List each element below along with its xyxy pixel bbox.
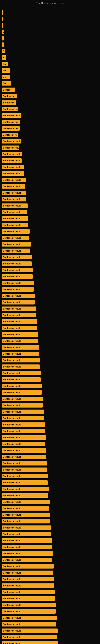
bar: Bottleneck result [2,377,41,382]
bar-label: Bottleneck result [3,301,21,304]
bar: Bottleneck result [2,422,45,427]
bar: Bottleneck result [2,577,54,582]
bar-row: Bo [2,61,98,67]
bar: Bottleneck result [2,204,28,208]
bar-label: Bottleneck result [3,417,21,420]
bar-label: Bottleneck result [3,295,21,297]
bar-label: Bottleneck result [3,449,21,452]
bar-label: Bottleneck result [3,314,21,316]
bar-label: Bottleneck result [3,114,21,117]
bar-row: Bo [2,74,98,80]
bar-label: Bottleneck result [3,636,21,638]
bar: Bottleneck result [2,564,53,568]
bar: Bottleneck result [2,190,26,195]
bar: Bottleneck result [2,216,28,221]
bar: Bottleneck result [2,358,40,362]
bar: Bottleneck result [2,448,47,452]
bars-container: BBBBoBotBoBottBottleneBottleneck reBottl… [0,6,100,644]
bar: Bottleneck result [2,313,36,317]
bar-label: Bottleneck result [3,372,21,374]
bar: Bottleneck result [2,570,53,575]
bar-row: Bottleneck result [2,467,98,472]
bar: Bottleneck result [2,474,48,478]
bar-row: Bottleneck result [2,544,98,550]
bar [2,10,3,15]
bar: Bottleneck result [2,152,22,156]
bar-label: B [3,56,4,59]
bar-label: Bottleneck result [3,565,21,568]
bar-label: Bottleneck result [3,468,21,471]
bar-label: Bottleneck result [3,230,21,233]
bar-label: Bottleneck result [3,327,21,329]
bar-label: Bottleneck result [3,597,21,600]
bar-row: Bot [2,68,98,73]
bar-label: Bottleneck result [3,501,21,503]
bar: Bot [2,68,10,73]
bar: Bottleneck result [2,609,56,614]
bar [2,42,4,47]
bar-label: Bottleneck result [3,526,21,529]
bar: Bottleneck result [2,300,35,304]
bar-row: Bottleneck result [2,190,98,196]
bar-row: Bottleneck result [2,538,98,544]
bar-label: Bottleneck result [3,533,21,535]
bar-label: Bottleneck result [3,398,21,400]
bar-row: Bottleneck result [2,196,98,202]
bar-row: Bottleneck result [2,151,98,157]
bar-row: Bottleneck result [2,319,98,324]
bar-label: Bottleneck result [3,211,21,213]
bar-label: Bottleneck result [3,630,21,632]
bar-row: Bottleneck result [2,344,98,350]
bar-row: Bottleneck result [2,448,98,453]
bar-label: Bottleneck result [3,256,21,258]
bar-label: Bott [3,82,7,84]
bar: Bottleneck result [2,512,50,517]
bar-row [2,36,98,41]
bar: Bottleneck result [2,248,30,253]
bar-label: Bottleneck result [3,340,21,342]
bar: Bottleneck result [2,320,37,324]
bar-row: Bottleneck [2,100,98,106]
bar: Bottleneck result [2,352,39,356]
bar-row: Bottleneck result [2,409,98,414]
bar: Bottleneck result [2,262,32,266]
bar-label: Bottleneck result [3,160,21,162]
bar-row: Bottleneck result [2,274,98,279]
bar-row: Bottleneck result [2,589,98,595]
bar-row: Bottleneck re [2,94,98,99]
bar: Bottleneck result [2,480,48,485]
bar-label: Bottleneck [3,102,14,104]
bar-row: Bottleneck result [2,312,98,318]
bar-row: Bottleneck result [2,338,98,344]
bar: Bottleneck result [2,158,22,163]
bar: Bottleneck result [2,519,50,524]
bar-row: Bottleneck result [2,254,98,260]
bar-label: Bottleneck result [3,617,21,619]
bar-label: Bottleneck result [3,436,21,439]
bar: Bottleneck result [2,268,33,272]
bar-row: Bottlene [2,87,98,92]
bar-label: Bottleneck result [3,385,21,387]
bar: Bottleneck result [2,532,51,536]
bar-row: Bottleneck result [2,416,98,421]
bar: Bottleneck result [2,461,47,466]
bar: Bottleneck result [2,435,46,440]
bar-row: Bottleneck result [2,608,98,614]
bar-row: Bottleneck result [2,518,98,524]
bar: Bottleneck result [2,545,51,549]
bar-row: Bottleneck res [2,106,98,112]
bar-label: Bottleneck result [3,320,21,323]
bar-label: Bottleneck result [3,591,21,593]
bar-row: Bottleneck result [2,177,98,183]
bar: Bo [2,75,10,79]
bar: Bottleneck result [2,416,44,420]
bar-row: Bottleneck result [2,203,98,208]
bar-row: Bottleneck result [2,550,98,556]
bar-label: Bottleneck result [3,642,21,644]
bar: Bottleneck result [2,454,46,459]
bar: Bottleneck result [2,526,51,530]
bar: Bottleneck result [2,642,58,644]
bar-row: Bottleneck result [2,158,98,164]
bar: Bottleneck result [2,487,49,491]
bar-row: Bottleneck result [2,435,98,440]
